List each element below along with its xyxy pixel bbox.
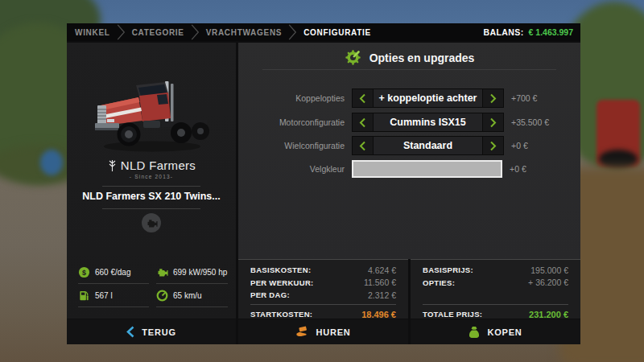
engine-icon bbox=[146, 217, 158, 229]
coupling-next-button[interactable] bbox=[482, 89, 503, 107]
cost-row: PER WERKUUR: 11.560 € bbox=[250, 277, 396, 290]
breadcrumb-categorie[interactable]: CATEGORIE bbox=[132, 28, 184, 37]
brand-tagline: - Since 2013- bbox=[67, 174, 236, 179]
brand-logo: NLD Farmers - Since 2013- bbox=[67, 158, 236, 179]
svg-text:$: $ bbox=[82, 268, 86, 276]
breadcrumb: WINKEL CATEGORIE VRACHTWAGENS CONFIGURAT… bbox=[75, 23, 483, 41]
engine-next-button[interactable] bbox=[482, 113, 503, 131]
operating-costs-summary: BASISKOSTEN: 4.624 € PER WERKUUR: 11.560… bbox=[238, 259, 408, 319]
wheat-icon bbox=[107, 158, 118, 172]
lease-button[interactable]: HUREN bbox=[238, 319, 408, 344]
wheel-config-row: Wielconfiguratie Standaard +0 € bbox=[238, 136, 580, 155]
coupling-option-selector: + koppeloptie achter bbox=[352, 88, 504, 108]
shop-configuration-screen: WINKEL CATEGORIE VRACHTWAGENS CONFIGURAT… bbox=[0, 0, 644, 362]
options-header: Opties en upgrades bbox=[238, 49, 580, 66]
cost-value: 11.560 € bbox=[364, 278, 396, 287]
chevron-right-icon bbox=[191, 24, 200, 40]
stat-engine-power: 699 kW/950 hp bbox=[156, 261, 228, 284]
breadcrumb-configuratie: CONFIGURATIE bbox=[303, 28, 371, 37]
divider bbox=[262, 69, 556, 70]
cost-value: 195.000 € bbox=[530, 265, 568, 275]
chevron-right-icon bbox=[117, 24, 126, 40]
total-label: STARTKOSTEN: bbox=[250, 310, 312, 319]
stat-value: 699 kW/950 hp bbox=[173, 268, 227, 277]
chevron-left-icon bbox=[359, 117, 366, 128]
background-blue-implement bbox=[40, 150, 63, 175]
option-price: +35.500 € bbox=[511, 117, 549, 127]
cost-label: PER WERKUUR: bbox=[250, 278, 314, 287]
buy-button[interactable]: KOPEN bbox=[411, 319, 580, 344]
stat-daily-cost: $ 660 €/dag bbox=[78, 261, 149, 284]
option-label: Koppelopties bbox=[238, 93, 345, 103]
engine-config-row: Motorconfiguratie Cummins ISX15 +35.500 … bbox=[238, 113, 580, 132]
rim-color-swatch[interactable] bbox=[352, 160, 502, 178]
cost-row: BASISPRIJS: 195.000 € bbox=[423, 264, 568, 277]
coupling-option-row: Koppelopties + koppeloptie achter +700 € bbox=[238, 88, 580, 108]
breadcrumb-vrachtwagens[interactable]: VRACHTWAGENS bbox=[206, 28, 283, 37]
cost-row: OPTIES: + 36.200 € bbox=[423, 277, 568, 290]
stat-fuel-capacity: 567 l bbox=[78, 284, 149, 307]
lease-hand-icon bbox=[295, 326, 308, 338]
wheel-config-value: Standaard bbox=[374, 137, 482, 154]
chevron-right-icon bbox=[489, 93, 497, 104]
wheel-config-selector: Standaard bbox=[352, 136, 504, 155]
cost-value: + 36.200 € bbox=[528, 278, 568, 287]
chevron-right-icon bbox=[489, 141, 497, 151]
option-price: +0 € bbox=[511, 141, 528, 150]
chevron-left-icon bbox=[359, 93, 366, 104]
vehicle-panel: NLD Farmers - Since 2013- NLD Farmers SX… bbox=[67, 43, 236, 319]
shop-dialog: WINKEL CATEGORIE VRACHTWAGENS CONFIGURAT… bbox=[67, 23, 580, 344]
lease-button-label: HUREN bbox=[316, 327, 350, 337]
total-value: 18.496 € bbox=[361, 310, 396, 319]
truck-preview-image bbox=[93, 75, 213, 155]
option-label: Wielconfiguratie bbox=[238, 141, 345, 150]
engine-power-icon bbox=[156, 266, 168, 278]
balance-label: BALANS: bbox=[483, 27, 523, 37]
engine-config-value: Cummins ISX15 bbox=[374, 113, 482, 131]
options-panel: Opties en upgrades Koppelopties + koppel… bbox=[238, 43, 580, 259]
total-price: TOTALE PRIJS: 231.200 € bbox=[423, 304, 568, 321]
chevron-left-icon bbox=[359, 141, 366, 151]
option-price: +0 € bbox=[510, 164, 526, 174]
cost-label: BASISKOSTEN: bbox=[250, 265, 311, 274]
total-label: TOTALE PRIJS: bbox=[423, 310, 482, 319]
back-button-label: TERUG bbox=[142, 327, 176, 337]
breadcrumb-winkel[interactable]: WINKEL bbox=[75, 28, 110, 37]
chevron-left-icon bbox=[126, 326, 134, 338]
buy-button-label: KOPEN bbox=[487, 327, 522, 337]
chevron-right-icon bbox=[489, 117, 497, 128]
stat-value: 660 €/dag bbox=[95, 268, 131, 277]
vehicle-name: NLD Farmers SX 210 Twins... bbox=[67, 191, 236, 202]
cost-value: 2.312 € bbox=[368, 290, 396, 300]
vehicle-stats: $ 660 €/dag 699 kW/950 hp bbox=[78, 261, 228, 307]
breadcrumb-bar: WINKEL CATEGORIE VRACHTWAGENS CONFIGURAT… bbox=[67, 23, 580, 41]
wheel-next-button[interactable] bbox=[482, 137, 503, 154]
divider bbox=[102, 208, 200, 209]
cost-value: 4.624 € bbox=[368, 265, 396, 275]
options-title: Opties en upgrades bbox=[369, 51, 475, 64]
stat-value: 567 l bbox=[95, 291, 113, 300]
total-value: 231.200 € bbox=[529, 310, 568, 319]
coupling-option-value: + koppeloptie achter bbox=[374, 89, 482, 107]
balance: BALANS: € 1.463.997 bbox=[483, 27, 573, 37]
rim-color-row: Velgkleur +0 € bbox=[238, 159, 580, 179]
option-label: Velgkleur bbox=[238, 164, 345, 174]
back-button[interactable]: TERUG bbox=[67, 319, 236, 344]
stat-value: 65 km/u bbox=[173, 291, 202, 300]
engine-prev-button[interactable] bbox=[353, 113, 374, 131]
background-trailer-wheels bbox=[599, 150, 638, 169]
cost-label: PER DAG: bbox=[250, 290, 290, 299]
stat-max-speed: 65 km/u bbox=[156, 284, 228, 307]
engine-config-selector: Cummins ISX15 bbox=[352, 113, 504, 132]
divider bbox=[102, 186, 200, 187]
daily-cost-icon: $ bbox=[78, 266, 90, 278]
price-summary: BASISPRIJS: 195.000 € OPTIES: + 36.200 €… bbox=[411, 259, 580, 319]
wheel-prev-button[interactable] bbox=[353, 137, 374, 154]
option-label: Motorconfiguratie bbox=[238, 117, 345, 127]
gear-wrench-icon bbox=[345, 49, 361, 66]
balance-amount: € 1.463.997 bbox=[529, 27, 573, 37]
coupling-prev-button[interactable] bbox=[353, 89, 374, 107]
cost-label: BASISPRIJS: bbox=[423, 265, 473, 274]
buy-money-bag-icon bbox=[469, 326, 480, 339]
option-price: +700 € bbox=[511, 93, 537, 103]
